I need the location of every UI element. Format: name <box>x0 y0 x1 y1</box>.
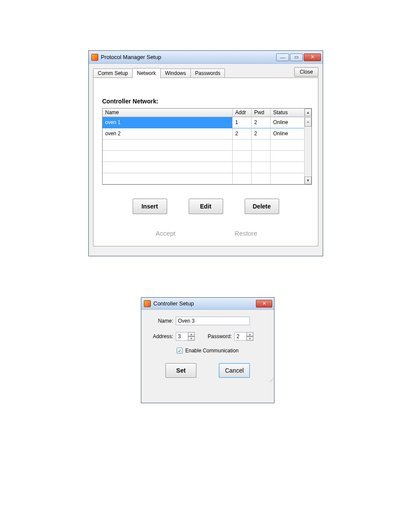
cell-addr: 2 <box>233 128 252 140</box>
grid-scrollbar[interactable]: ▲ ≡ ▼ <box>304 108 312 185</box>
address-input[interactable] <box>176 332 188 341</box>
cell-name: oven 2 <box>103 128 233 140</box>
maximize-button[interactable]: ▭ <box>290 53 303 61</box>
cell-pwd: 2 <box>252 117 271 128</box>
col-addr[interactable]: Addr <box>233 109 252 117</box>
controller-grid[interactable]: Name Addr Pwd Status oven 112Onlineoven … <box>102 108 304 185</box>
set-button[interactable]: Set <box>165 363 196 378</box>
table-row[interactable]: oven 222Online <box>103 128 304 140</box>
password-down-icon[interactable]: ▼ <box>246 336 253 341</box>
cell-pwd: 2 <box>252 128 271 140</box>
address-spinner[interactable]: ▲ ▼ <box>176 332 195 341</box>
app-icon <box>144 300 151 307</box>
cell-pwd <box>252 173 271 184</box>
table-row[interactable] <box>103 162 304 173</box>
cell-status: Online <box>271 128 304 140</box>
close-button[interactable]: Close <box>294 67 318 77</box>
controller-setup-dialog: Controller Setup ✕ Name: Address: ▲ ▼ <box>141 297 274 403</box>
cell-name <box>103 162 233 173</box>
cell-name <box>103 140 233 151</box>
col-pwd[interactable]: Pwd <box>252 109 271 117</box>
cell-addr <box>233 162 252 173</box>
accept-button[interactable]: Accept <box>137 226 193 240</box>
cell-status <box>271 173 304 184</box>
network-tab-pane: Controller Network: Name Addr Pwd Status… <box>93 78 318 246</box>
cell-pwd <box>252 140 271 151</box>
dialog-close-button[interactable]: ✕ <box>256 300 272 308</box>
tab-windows[interactable]: Windows <box>160 68 191 78</box>
resize-grip-icon[interactable] <box>268 377 273 382</box>
app-icon <box>91 54 98 61</box>
tab-comm-setup[interactable]: Comm Setup <box>93 68 133 78</box>
table-row[interactable] <box>103 140 304 151</box>
scroll-up-icon[interactable]: ▲ <box>305 109 311 116</box>
tab-network[interactable]: Network <box>132 68 161 78</box>
cell-status <box>271 151 304 162</box>
tab-strip: Comm Setup Network Windows Passwords <box>93 68 294 78</box>
password-label: Password: <box>204 333 234 339</box>
address-up-icon[interactable]: ▲ <box>188 332 195 336</box>
cell-addr <box>233 151 252 162</box>
scroll-thumb[interactable]: ≡ <box>305 117 311 127</box>
tab-passwords[interactable]: Passwords <box>190 68 225 78</box>
address-label: Address: <box>150 333 176 339</box>
cell-addr: 1 <box>233 117 252 128</box>
insert-button[interactable]: Insert <box>133 199 167 214</box>
close-window-button[interactable]: ✕ <box>304 53 321 61</box>
cell-status: Online <box>271 117 304 128</box>
cell-addr <box>233 173 252 184</box>
cell-name: oven 1 <box>103 117 233 128</box>
dialog-titlebar[interactable]: Controller Setup ✕ <box>141 298 274 310</box>
col-status[interactable]: Status <box>271 109 304 117</box>
password-up-icon[interactable]: ▲ <box>246 332 253 336</box>
window-title: Protocol Manager Setup <box>101 54 161 60</box>
cancel-button[interactable]: Cancel <box>219 363 250 378</box>
cell-name <box>103 173 233 184</box>
protocol-manager-window: Protocol Manager Setup — ▭ ✕ Close Comm … <box>88 50 323 256</box>
minimize-button[interactable]: — <box>276 53 289 61</box>
enable-communication-label: Enable Communication <box>185 348 239 354</box>
cell-status <box>271 162 304 173</box>
table-row[interactable] <box>103 151 304 162</box>
delete-button[interactable]: Delete <box>245 199 279 214</box>
table-row[interactable] <box>103 173 304 184</box>
cell-pwd <box>252 151 271 162</box>
titlebar[interactable]: Protocol Manager Setup — ▭ ✕ <box>89 51 323 64</box>
col-name[interactable]: Name <box>103 109 233 117</box>
name-label: Name: <box>150 318 176 324</box>
table-row[interactable]: oven 112Online <box>103 117 304 128</box>
password-spinner[interactable]: ▲ ▼ <box>234 332 253 341</box>
name-input[interactable] <box>176 317 250 325</box>
section-title: Controller Network: <box>102 98 312 105</box>
enable-communication-checkbox[interactable] <box>177 348 183 354</box>
cell-addr <box>233 140 252 151</box>
address-down-icon[interactable]: ▼ <box>188 336 195 341</box>
cell-status <box>271 140 304 151</box>
cell-name <box>103 151 233 162</box>
dialog-title: Controller Setup <box>153 300 194 307</box>
cell-pwd <box>252 162 271 173</box>
restore-button[interactable]: Restore <box>218 226 274 240</box>
password-input[interactable] <box>234 332 246 341</box>
edit-button[interactable]: Edit <box>189 199 223 214</box>
scroll-down-icon[interactable]: ▼ <box>305 177 311 184</box>
